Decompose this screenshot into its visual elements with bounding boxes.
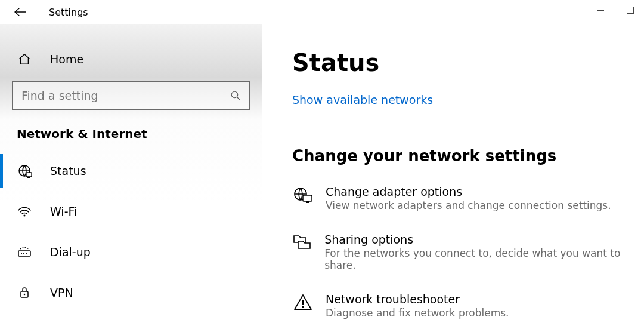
globe-icon: [17, 164, 32, 178]
maximize-button[interactable]: [623, 2, 638, 18]
back-button[interactable]: [8, 0, 32, 24]
svg-point-8: [26, 253, 27, 254]
window-title: Settings: [49, 7, 88, 18]
dialup-icon: [17, 246, 32, 258]
sidebar-item-vpn[interactable]: VPN: [0, 272, 262, 313]
setting-desc: Diagnose and fix network problems.: [326, 307, 509, 319]
sidebar-section-header: Network & Internet: [0, 123, 262, 150]
folders-icon: [292, 234, 312, 251]
minimize-icon: [597, 10, 604, 11]
svg-rect-3: [27, 177, 30, 178]
sidebar-item-home[interactable]: Home: [0, 42, 262, 76]
minimize-button[interactable]: [593, 2, 608, 18]
link-show-networks[interactable]: Show available networks: [292, 93, 433, 106]
sidebar-item-label: Status: [50, 164, 86, 177]
svg-point-4: [23, 214, 25, 216]
wifi-icon: [17, 205, 32, 217]
setting-desc: For the networks you connect to, decide …: [324, 247, 638, 271]
setting-desc: View network adapters and change connect…: [326, 199, 611, 211]
svg-point-0: [231, 91, 238, 98]
sidebar-item-label: Dial-up: [50, 245, 91, 259]
svg-rect-13: [306, 201, 309, 203]
svg-rect-12: [303, 195, 312, 201]
sidebar-item-label: VPN: [50, 286, 73, 299]
sidebar-item-label: Wi-Fi: [50, 205, 77, 218]
section-heading: Change your network settings: [292, 147, 638, 165]
svg-rect-2: [26, 173, 32, 177]
setting-network-troubleshooter[interactable]: Network troubleshooter Diagnose and fix …: [292, 293, 638, 319]
svg-point-15: [302, 306, 304, 308]
search-input[interactable]: [21, 89, 230, 102]
svg-point-10: [24, 294, 26, 296]
sidebar: Home Network & Internet Status Wi-Fi: [0, 24, 262, 335]
svg-point-6: [21, 253, 22, 254]
sidebar-item-status[interactable]: Status: [0, 150, 262, 191]
setting-sharing-options[interactable]: Sharing options For the networks you con…: [292, 233, 638, 271]
maximize-icon: [627, 7, 634, 14]
sidebar-item-wifi[interactable]: Wi-Fi: [0, 191, 262, 232]
sidebar-item-label: Home: [50, 53, 83, 66]
setting-adapter-options[interactable]: Change adapter options View network adap…: [292, 185, 638, 211]
window-titlebar: Settings: [0, 0, 644, 24]
setting-title: Network troubleshooter: [326, 293, 509, 306]
page-title: Status: [292, 49, 638, 76]
arrow-left-icon: [14, 8, 26, 16]
vpn-icon: [17, 286, 32, 299]
main-content: Status Show available networks Change yo…: [262, 24, 644, 335]
globe-monitor-icon: [292, 186, 314, 204]
sidebar-nav-list: Status Wi-Fi Dial-up VPN: [0, 150, 262, 313]
search-icon: [230, 90, 241, 101]
search-box[interactable]: [12, 81, 250, 110]
setting-title: Change adapter options: [326, 185, 611, 198]
svg-point-7: [23, 253, 24, 254]
warning-triangle-icon: [292, 294, 314, 311]
sidebar-item-dialup[interactable]: Dial-up: [0, 232, 262, 272]
setting-title: Sharing options: [324, 233, 638, 246]
home-icon: [17, 53, 32, 66]
caption-buttons: [593, 2, 638, 18]
